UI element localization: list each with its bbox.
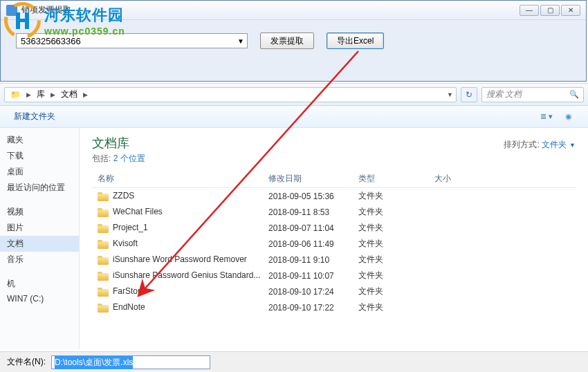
file-type: 文件夹 bbox=[358, 254, 434, 266]
file-date: 2018-09-11 9:10 bbox=[268, 255, 358, 265]
folder-icon bbox=[98, 240, 109, 249]
search-icon: 🔍 bbox=[569, 90, 579, 99]
file-date: 2018-09-07 11:04 bbox=[268, 223, 358, 233]
invoice-number-combo[interactable]: 536325663366 ▼ bbox=[16, 33, 248, 48]
file-row[interactable]: iSunshare Word Password Remover2018-09-1… bbox=[92, 252, 576, 268]
file-type: 文件夹 bbox=[358, 301, 434, 313]
file-name: Project_1 bbox=[113, 223, 148, 232]
sort-control: 排列方式: 文件夹▼ bbox=[504, 139, 576, 151]
file-row[interactable]: iSunshare Password Genius Standard...201… bbox=[92, 268, 576, 283]
file-row[interactable]: Project_12018-09-07 11:04文件夹 bbox=[92, 220, 576, 236]
view-options-button[interactable]: ≣ ▾ bbox=[535, 109, 558, 124]
sidebar-item[interactable]: 音乐 bbox=[0, 252, 79, 268]
file-name: EndNote bbox=[113, 302, 145, 312]
folder-icon bbox=[98, 288, 109, 297]
address-bar-row: 📁 ▶ 库 ▶ 文档 ▶ ▼ ↻ 搜索 文档 🔍 bbox=[0, 84, 588, 106]
file-list-header: 名称 修改日期 类型 大小 bbox=[92, 170, 576, 188]
file-type: 文件夹 bbox=[358, 190, 434, 202]
minimize-button[interactable]: — bbox=[520, 5, 539, 16]
file-name: WeChat Files bbox=[113, 207, 163, 216]
location-count-link[interactable]: 2 个位置 bbox=[113, 154, 145, 163]
file-name: iSunshare Password Genius Standard... bbox=[113, 270, 260, 280]
dialog-titlebar: 销项发票提取 — ▢ ✕ bbox=[1, 1, 586, 20]
address-segment-documents[interactable]: 文档 bbox=[57, 87, 82, 102]
column-size[interactable]: 大小 bbox=[434, 173, 490, 185]
extract-invoice-button[interactable]: 发票提取 bbox=[260, 32, 314, 49]
folder-icon bbox=[98, 272, 109, 281]
file-name: ZZDS bbox=[113, 191, 134, 201]
explorer-sidebar: 藏夹下载桌面最近访问的位置 视频图片文档音乐 机WIN7 (C:) bbox=[0, 128, 80, 349]
column-name[interactable]: 名称 bbox=[92, 173, 268, 185]
file-date: 2018-09-10 17:22 bbox=[268, 303, 358, 313]
chevron-right-icon: ▶ bbox=[26, 91, 31, 98]
file-row[interactable]: ZZDS2018-09-05 15:36文件夹 bbox=[92, 188, 576, 204]
sidebar-item[interactable]: 机 bbox=[0, 276, 79, 292]
file-type: 文件夹 bbox=[358, 238, 434, 250]
address-root-icon[interactable]: 📁 bbox=[6, 89, 25, 101]
explorer-main: 文档库 包括: 2 个位置 排列方式: 文件夹▼ 名称 修改日期 类型 大小 Z… bbox=[80, 128, 588, 349]
column-date[interactable]: 修改日期 bbox=[268, 173, 358, 185]
file-row[interactable]: Kvisoft2018-09-06 11:49文件夹 bbox=[92, 236, 576, 252]
filename-input[interactable]: D:\tools\桌面\发票.xls bbox=[51, 355, 210, 369]
folder-icon bbox=[98, 208, 109, 217]
search-placeholder: 搜索 文档 bbox=[486, 89, 569, 100]
file-name: FarStone bbox=[113, 286, 147, 296]
export-excel-button[interactable]: 导出Excel bbox=[327, 32, 384, 49]
refresh-icon: ↻ bbox=[466, 90, 472, 100]
file-row[interactable]: EndNote2018-09-10 17:22文件夹 bbox=[92, 299, 576, 315]
chevron-down-icon[interactable]: ▼ bbox=[447, 91, 453, 98]
library-subtitle: 包括: 2 个位置 bbox=[92, 153, 576, 165]
address-bar[interactable]: 📁 ▶ 库 ▶ 文档 ▶ ▼ bbox=[4, 87, 457, 102]
chevron-right-icon: ▶ bbox=[83, 91, 88, 98]
file-type: 文件夹 bbox=[358, 206, 434, 218]
folder-icon bbox=[98, 224, 109, 233]
dialog-title: 销项发票提取 bbox=[21, 4, 520, 16]
file-type: 文件夹 bbox=[358, 286, 434, 297]
help-button[interactable]: ◉ bbox=[558, 109, 580, 124]
file-date: 2018-09-11 10:07 bbox=[268, 271, 358, 281]
file-type: 文件夹 bbox=[358, 270, 434, 281]
explorer-toolbar: 新建文件夹 ≣ ▾ ◉ bbox=[0, 106, 588, 128]
file-name: iSunshare Word Password Remover bbox=[113, 254, 247, 264]
file-date: 2018-09-11 8:53 bbox=[268, 207, 358, 217]
sidebar-item[interactable]: 下载 bbox=[0, 148, 79, 164]
address-segment-library[interactable]: 库 bbox=[33, 87, 49, 102]
new-folder-button[interactable]: 新建文件夹 bbox=[8, 108, 61, 125]
column-type[interactable]: 类型 bbox=[358, 173, 434, 185]
app-icon bbox=[6, 5, 17, 16]
folder-icon bbox=[98, 192, 109, 201]
refresh-button[interactable]: ↻ bbox=[461, 87, 477, 102]
file-date: 2018-09-06 11:49 bbox=[268, 239, 358, 249]
invoice-number-value: 536325663366 bbox=[21, 36, 243, 46]
close-button[interactable]: ✕ bbox=[561, 5, 580, 16]
sort-by-link[interactable]: 文件夹▼ bbox=[542, 140, 576, 149]
chevron-right-icon: ▶ bbox=[50, 91, 55, 98]
file-explorer: 📁 ▶ 库 ▶ 文档 ▶ ▼ ↻ 搜索 文档 🔍 新建文件夹 ≣ ▾ ◉ 藏夹下… bbox=[0, 83, 588, 372]
file-date: 2018-09-05 15:36 bbox=[268, 192, 358, 201]
maximize-button[interactable]: ▢ bbox=[540, 5, 560, 16]
sidebar-item[interactable]: 视频 bbox=[0, 204, 79, 220]
folder-icon bbox=[98, 256, 109, 265]
file-type: 文件夹 bbox=[358, 222, 434, 234]
sidebar-item[interactable]: WIN7 (C:) bbox=[0, 292, 79, 306]
sidebar-item[interactable]: 图片 bbox=[0, 220, 79, 236]
file-date: 2018-09-10 17:24 bbox=[268, 287, 358, 297]
file-row[interactable]: FarStone2018-09-10 17:24文件夹 bbox=[92, 283, 576, 299]
search-input[interactable]: 搜索 文档 🔍 bbox=[481, 87, 584, 102]
library-title: 文档库 bbox=[92, 135, 576, 151]
file-name: Kvisoft bbox=[113, 239, 138, 248]
file-row[interactable]: WeChat Files2018-09-11 8:53文件夹 bbox=[92, 204, 576, 220]
filename-value: D:\tools\桌面\发票.xls bbox=[55, 356, 133, 369]
invoice-extract-dialog: 销项发票提取 — ▢ ✕ 536325663366 ▼ 发票提取 导出Excel bbox=[0, 0, 587, 82]
sidebar-item[interactable]: 文档 bbox=[0, 236, 79, 252]
file-list: 名称 修改日期 类型 大小 ZZDS2018-09-05 15:36文件夹WeC… bbox=[92, 170, 576, 315]
filename-row: 文件名(N): D:\tools\桌面\发票.xls bbox=[0, 351, 588, 372]
sidebar-item[interactable]: 最近访问的位置 bbox=[0, 180, 79, 196]
sidebar-item[interactable]: 桌面 bbox=[0, 164, 79, 180]
folder-icon bbox=[98, 304, 109, 313]
sidebar-item[interactable]: 藏夹 bbox=[0, 132, 79, 148]
filename-label: 文件名(N): bbox=[7, 356, 46, 368]
dropdown-arrow-icon: ▼ bbox=[237, 37, 244, 45]
